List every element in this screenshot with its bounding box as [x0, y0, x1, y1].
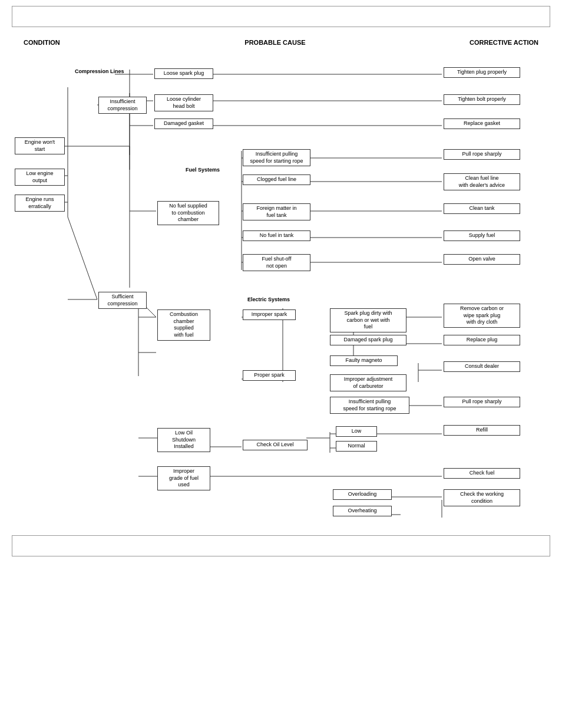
no-fuel-supplied: No fuel suppliedto combustionchamber — [157, 201, 219, 225]
no-fuel-tank: No fuel in tank — [243, 230, 310, 241]
compression-lines-label: Compression Lines — [75, 68, 124, 74]
overloading: Overloading — [333, 489, 392, 500]
header-action: CORRECTIVE ACTION — [456, 39, 538, 46]
insufficient-pulling: Insufficient pullingspeed for starting r… — [243, 149, 310, 166]
clean-tank: Clean tank — [444, 203, 520, 214]
low-engine-output: Low engineoutput — [15, 169, 65, 186]
proper-spark: Proper spark — [243, 370, 296, 381]
check-fuel: Check fuel — [444, 468, 520, 479]
consult-dealer: Consult dealer — [444, 361, 520, 372]
improper-spark: Improper spark — [243, 309, 296, 320]
overheating: Overheating — [333, 506, 392, 516]
improper-grade: Impropergrade of fuelused — [157, 466, 210, 490]
pull-rope-sharply: Pull rope sharply — [444, 149, 520, 160]
insuff-pulling2: Insufficient pullingspeed for starting r… — [330, 397, 409, 414]
normal-oil: Normal — [336, 441, 377, 452]
fuel-systems-label: Fuel Systems — [186, 167, 220, 173]
engine-wont-start: Engine won'tstart — [15, 137, 65, 154]
clean-fuel-line: Clean fuel linewith dealer's advice — [444, 173, 520, 190]
clogged-fuel-line: Clogged fuel line — [243, 174, 310, 185]
loose-cylinder-head-bolt: Loose cylinderhead bolt — [154, 94, 213, 111]
improper-adj: Improper adjustmentof carburetor — [330, 374, 406, 391]
insufficient-compression: Insufficientcompression — [98, 97, 147, 114]
low-oil-shutdown: Low OilShutdownInstalled — [157, 428, 210, 452]
supply-fuel: Supply fuel — [444, 230, 520, 241]
spark-dirty: Spark plug dirty withcarbon or wet withf… — [330, 308, 406, 332]
refill: Refill — [444, 425, 520, 436]
top-bar — [12, 6, 550, 27]
flowchart: Engine won'tstart Low engineoutput Engin… — [12, 52, 550, 523]
svg-line-31 — [68, 217, 97, 299]
faulty-magneto: Faulty magneto — [330, 355, 398, 366]
page-wrapper: CONDITION PROBABLE CAUSE CORRECTIVE ACTI… — [0, 6, 562, 556]
combustion-chamber: Combustionchambersuppliedwith fuel — [157, 309, 210, 341]
tighten-plug: Tighten plug properly — [444, 67, 520, 78]
loose-spark-plug: Loose spark plug — [154, 68, 213, 79]
tighten-bolt: Tighten bolt properly — [444, 94, 520, 105]
open-valve: Open valve — [444, 254, 520, 265]
damaged-gasket: Damaged gasket — [154, 118, 213, 129]
check-oil-level: Check Oil Level — [243, 440, 308, 450]
headers: CONDITION PROBABLE CAUSE CORRECTIVE ACTI… — [12, 39, 550, 46]
remove-carbon: Remove carbon orwipe spark plugwith dry … — [444, 304, 520, 328]
diagram-area: CONDITION PROBABLE CAUSE CORRECTIVE ACTI… — [12, 33, 550, 529]
header-condition: CONDITION — [24, 39, 94, 46]
bottom-bar — [12, 535, 550, 556]
replace-gasket: Replace gasket — [444, 118, 520, 129]
engine-runs-erratically: Engine runserratically — [15, 195, 65, 212]
electric-systems-label: Electric Systems — [247, 297, 290, 302]
replace-plug: Replace plug — [444, 335, 520, 345]
check-working: Check the workingcondition — [444, 489, 520, 506]
fuel-shutoff: Fuel shut-offnot open — [243, 254, 310, 271]
low-oil: Low — [336, 426, 377, 437]
sufficient-compression: Sufficientcompression — [98, 292, 147, 309]
damaged-spark-plug: Damaged spark plug — [330, 335, 406, 345]
foreign-matter: Foreign matter infuel tank — [243, 203, 310, 220]
header-cause: PROBABLE CAUSE — [94, 39, 456, 46]
pull-rope-sharply2: Pull rope sharply — [444, 397, 520, 407]
